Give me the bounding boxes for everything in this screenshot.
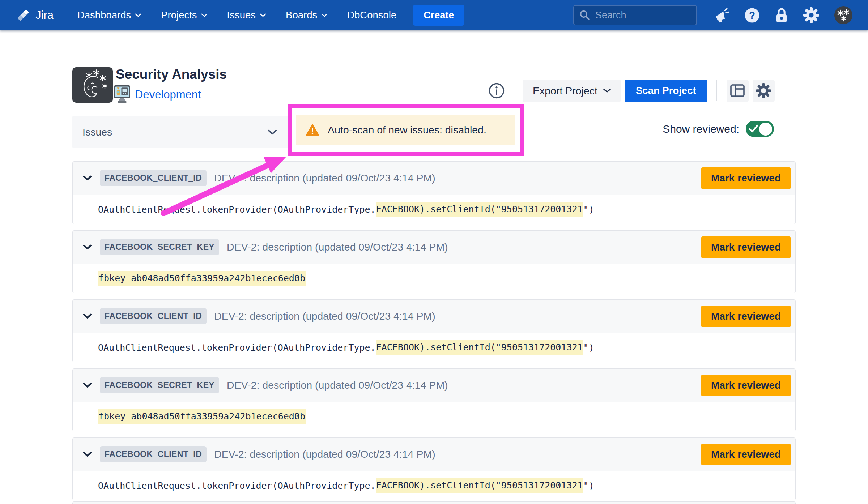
- board-layout-button[interactable]: [727, 80, 749, 102]
- chevron-down-icon: [260, 13, 266, 17]
- issue-card-header: FACEBOOK_CLIENT_ID DEV-2: description (u…: [73, 300, 795, 333]
- help-icon[interactable]: ?: [744, 7, 760, 24]
- chevron-down-icon: [135, 13, 141, 17]
- filter-value: Issues: [82, 126, 112, 138]
- collapse-chevron-icon[interactable]: [83, 383, 92, 388]
- chevron-down-icon: [201, 13, 208, 17]
- chevron-down-icon: [321, 13, 328, 17]
- divider: [716, 80, 717, 101]
- issue-card-header: FACEBOOK_CLIENT_ID DEV-2: description (u…: [73, 162, 795, 195]
- partial-next-card: [72, 501, 796, 504]
- collapse-chevron-icon[interactable]: [83, 452, 92, 457]
- issue-description: DEV-2: description (updated 09/Oct/23 4:…: [214, 172, 435, 184]
- nav-icon-group: ?: [714, 6, 853, 25]
- check-icon: [749, 124, 759, 133]
- pink-annotation-rectangle: [288, 104, 524, 156]
- issue-type-badge: FACEBOOK_SECRET_KEY: [100, 239, 219, 255]
- lock-icon[interactable]: [775, 7, 788, 24]
- issue-type-badge: FACEBOOK_SECRET_KEY: [100, 377, 219, 393]
- project-breadcrumb: Development: [114, 85, 201, 104]
- issue-description: DEV-2: description (updated 09/Oct/23 4:…: [227, 241, 448, 253]
- chevron-down-icon: [603, 89, 611, 93]
- top-nav: Jira Dashboards Projects Issues Boards D…: [0, 0, 868, 30]
- issue-card: FACEBOOK_SECRET_KEY DEV-2: description (…: [72, 230, 796, 293]
- nav-item-projects[interactable]: Projects: [161, 9, 207, 21]
- mark-reviewed-button[interactable]: Mark reviewed: [701, 444, 791, 465]
- issue-card-header: FACEBOOK_SECRET_KEY DEV-2: description (…: [73, 369, 795, 402]
- code-highlight: fbkey ab048ad50ffa33959a242b1ecec6ed0b: [98, 271, 306, 286]
- announcement-icon[interactable]: [714, 7, 729, 23]
- create-button[interactable]: Create: [413, 5, 464, 26]
- issue-description: DEV-2: description (updated 09/Oct/23 4:…: [214, 448, 435, 460]
- user-avatar[interactable]: [834, 6, 853, 25]
- jira-logo[interactable]: Jira: [17, 8, 54, 23]
- issue-card: FACEBOOK_CLIENT_ID DEV-2: description (u…: [72, 437, 796, 500]
- code-highlight: FACEBOOK).setClientId("950513172001321: [376, 478, 583, 493]
- issue-code-snippet: OAuthClientRequest.tokenProvider(OAuthPr…: [73, 333, 795, 362]
- gear-icon: [756, 83, 771, 99]
- issue-type-badge: FACEBOOK_CLIENT_ID: [100, 308, 207, 324]
- collapse-chevron-icon[interactable]: [83, 313, 92, 319]
- nav-menu: Dashboards Projects Issues Boards DbCons…: [77, 9, 396, 21]
- code-highlight: FACEBOOK).setClientId("950513172001321: [376, 202, 583, 217]
- nav-item-dbconsole[interactable]: DbConsole: [347, 9, 396, 21]
- collapse-chevron-icon[interactable]: [83, 175, 92, 181]
- project-link-development[interactable]: Development: [135, 88, 201, 101]
- nav-item-issues[interactable]: Issues: [227, 9, 266, 21]
- issue-description: DEV-2: description (updated 09/Oct/23 4:…: [214, 310, 435, 322]
- issue-description: DEV-2: description (updated 09/Oct/23 4:…: [227, 379, 448, 391]
- info-icon[interactable]: [488, 82, 505, 99]
- page-title: Security Analysis: [116, 67, 227, 82]
- nav-item-dashboards[interactable]: Dashboards: [77, 9, 141, 21]
- issue-type-badge: FACEBOOK_CLIENT_ID: [100, 170, 207, 186]
- issue-code-snippet: fbkey ab048ad50ffa33959a242b1ecec6ed0b: [73, 402, 795, 431]
- issue-card: FACEBOOK_SECRET_KEY DEV-2: description (…: [72, 368, 796, 431]
- issue-code-snippet: OAuthClientRequest.tokenProvider(OAuthPr…: [73, 195, 795, 224]
- search-box[interactable]: [573, 5, 697, 25]
- mark-reviewed-button[interactable]: Mark reviewed: [701, 306, 791, 327]
- chevron-down-icon: [268, 129, 277, 135]
- development-monitor-icon: [114, 85, 131, 104]
- mark-reviewed-button[interactable]: Mark reviewed: [701, 236, 791, 258]
- collapse-chevron-icon[interactable]: [83, 244, 92, 250]
- show-reviewed-control: Show reviewed:: [663, 121, 774, 137]
- issue-card: FACEBOOK_CLIENT_ID DEV-2: description (u…: [72, 161, 796, 224]
- issue-card: FACEBOOK_CLIENT_ID DEV-2: description (u…: [72, 299, 796, 362]
- issue-code-snippet: OAuthClientRequest.tokenProvider(OAuthPr…: [73, 471, 795, 500]
- board-layout-icon: [730, 84, 745, 97]
- scan-project-button[interactable]: Scan Project: [625, 80, 707, 102]
- settings-button[interactable]: [753, 80, 775, 102]
- mark-reviewed-button[interactable]: Mark reviewed: [701, 375, 791, 396]
- search-icon: [579, 10, 590, 21]
- export-project-button[interactable]: Export Project: [523, 80, 621, 102]
- search-input[interactable]: [595, 9, 679, 21]
- issue-type-badge: FACEBOOK_CLIENT_ID: [100, 446, 207, 462]
- settings-gear-icon[interactable]: [803, 7, 820, 24]
- toggle-knob: [759, 123, 772, 136]
- issues-filter-dropdown[interactable]: Issues: [72, 116, 288, 148]
- nav-item-boards[interactable]: Boards: [286, 9, 328, 21]
- svg-text:?: ?: [749, 10, 755, 21]
- jira-logo-text: Jira: [35, 9, 54, 22]
- show-reviewed-label: Show reviewed:: [663, 123, 739, 135]
- jira-logo-icon: [17, 8, 32, 23]
- issue-code-snippet: fbkey ab048ad50ffa33959a242b1ecec6ed0b: [73, 264, 795, 293]
- issue-card-header: FACEBOOK_CLIENT_ID DEV-2: description (u…: [73, 438, 795, 471]
- header-controls: Export Project Scan Project: [488, 80, 775, 102]
- mark-reviewed-button[interactable]: Mark reviewed: [701, 167, 791, 189]
- divider: [514, 80, 514, 101]
- project-avatar: [72, 67, 113, 103]
- code-highlight: fbkey ab048ad50ffa33959a242b1ecec6ed0b: [98, 409, 306, 424]
- show-reviewed-toggle[interactable]: [746, 121, 774, 137]
- code-highlight: FACEBOOK).setClientId("950513172001321: [376, 340, 583, 355]
- issue-card-header: FACEBOOK_SECRET_KEY DEV-2: description (…: [73, 231, 795, 264]
